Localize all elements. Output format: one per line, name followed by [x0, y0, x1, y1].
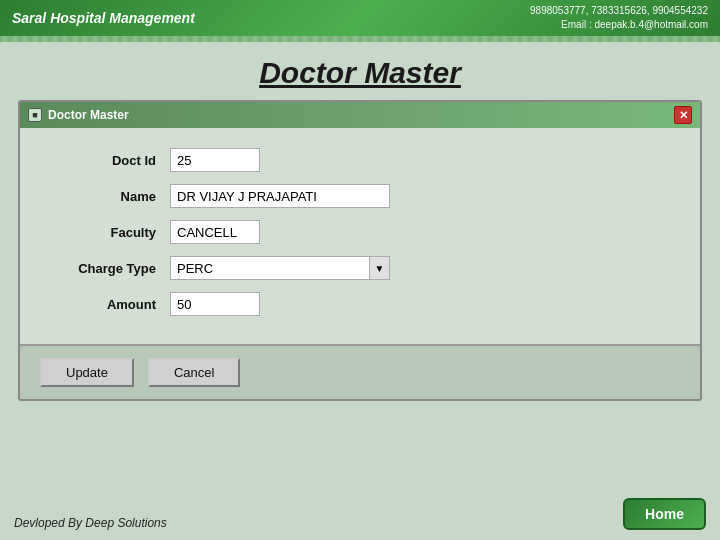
charge-type-dropdown[interactable]: PERC ▼: [170, 256, 390, 280]
dialog-titlebar: ■ Doctor Master ✕: [20, 102, 700, 128]
contact-line2: Email : deepak.b.4@hotmail.com: [530, 18, 708, 32]
amount-row: Amount: [50, 292, 670, 316]
doct-id-label: Doct Id: [50, 153, 170, 168]
doctor-master-dialog: ■ Doctor Master ✕ Doct Id Name Faculty C…: [18, 100, 702, 401]
dialog-body: Doct Id Name Faculty Charge Type PERC ▼ …: [20, 128, 700, 344]
update-button[interactable]: Update: [40, 358, 134, 387]
wave-divider: [0, 36, 720, 42]
amount-input[interactable]: [170, 292, 260, 316]
cancel-button[interactable]: Cancel: [148, 358, 240, 387]
dialog-icon-symbol: ■: [32, 110, 37, 120]
app-header: Saral Hospital Management 9898053777, 73…: [0, 0, 720, 36]
dialog-close-button[interactable]: ✕: [674, 106, 692, 124]
doct-id-row: Doct Id: [50, 148, 670, 172]
home-button[interactable]: Home: [623, 498, 706, 530]
page-title: Doctor Master: [259, 56, 461, 89]
name-input[interactable]: [170, 184, 390, 208]
app-title: Saral Hospital Management: [12, 10, 195, 26]
name-label: Name: [50, 189, 170, 204]
contact-info: 9898053777, 7383315626, 9904554232 Email…: [530, 4, 708, 32]
faculty-input[interactable]: [170, 220, 260, 244]
amount-label: Amount: [50, 297, 170, 312]
developer-credit: Devloped By Deep Solutions: [14, 516, 167, 530]
dialog-footer: Update Cancel: [20, 344, 700, 399]
page-title-container: Doctor Master: [0, 42, 720, 100]
charge-type-row: Charge Type PERC ▼: [50, 256, 670, 280]
charge-type-value: PERC: [171, 258, 369, 279]
dialog-icon: ■: [28, 108, 42, 122]
faculty-row: Faculty: [50, 220, 670, 244]
faculty-label: Faculty: [50, 225, 170, 240]
charge-type-arrow-icon[interactable]: ▼: [369, 257, 389, 279]
contact-line1: 9898053777, 7383315626, 9904554232: [530, 4, 708, 18]
charge-type-label: Charge Type: [50, 261, 170, 276]
name-row: Name: [50, 184, 670, 208]
dialog-title-text: Doctor Master: [48, 108, 129, 122]
dialog-title-left: ■ Doctor Master: [28, 108, 129, 122]
page-footer: Devloped By Deep Solutions Home: [0, 498, 720, 530]
doct-id-input[interactable]: [170, 148, 260, 172]
